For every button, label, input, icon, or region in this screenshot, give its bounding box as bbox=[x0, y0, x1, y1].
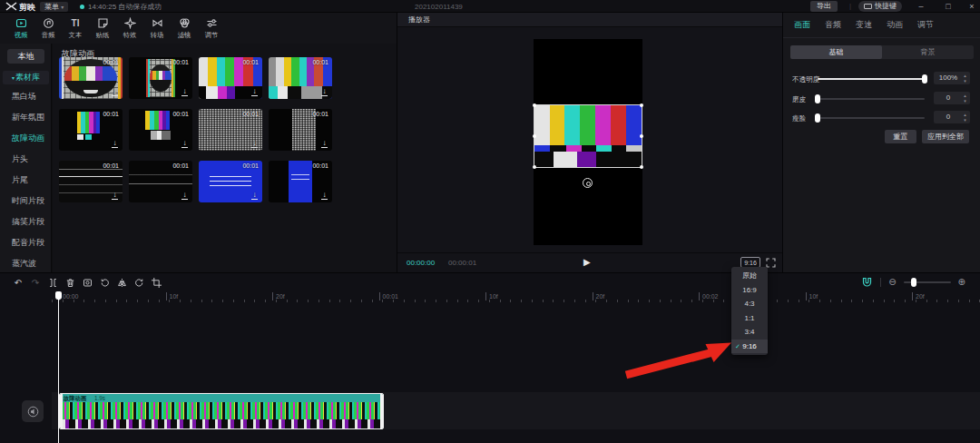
opacity-value[interactable]: 100%▴▾ bbox=[934, 72, 970, 84]
subtab-background[interactable]: 背景 bbox=[882, 45, 974, 59]
download-icon[interactable]: ↓ bbox=[112, 140, 118, 148]
apply-to-all-button[interactable]: 应用到全部 bbox=[922, 130, 969, 143]
redo-button[interactable]: ↷ bbox=[30, 277, 41, 288]
ribbon-tab-transition[interactable]: 转场 bbox=[143, 13, 171, 44]
ribbon-tab-video[interactable]: 视频 bbox=[7, 13, 34, 44]
resize-handle-bl[interactable] bbox=[533, 165, 536, 169]
ratio-option-1:1[interactable]: 1:1 bbox=[731, 311, 768, 326]
download-icon[interactable]: ↓ bbox=[181, 192, 188, 200]
download-icon[interactable]: ↓ bbox=[251, 140, 258, 148]
resize-handle-right[interactable] bbox=[640, 134, 643, 138]
media-thumbnail-blue2[interactable]: 00:01↓ bbox=[269, 161, 332, 202]
close-button[interactable]: × bbox=[965, 1, 978, 12]
tab-speed[interactable]: 变速 bbox=[856, 19, 872, 31]
tab-audio[interactable]: 音频 bbox=[825, 19, 841, 31]
split-button[interactable] bbox=[47, 277, 58, 288]
zoom-in-icon[interactable]: ⊕ bbox=[958, 277, 965, 288]
slim-face-value[interactable]: 0▴▾ bbox=[934, 111, 970, 123]
timeline-zoom-slider[interactable] bbox=[904, 281, 951, 283]
delete-button[interactable] bbox=[64, 277, 75, 288]
crop-button[interactable] bbox=[151, 277, 162, 288]
category-item[interactable]: 搞笑片段 bbox=[0, 212, 52, 232]
reverse-button[interactable] bbox=[99, 277, 110, 288]
download-icon[interactable]: ↓ bbox=[181, 140, 188, 148]
category-item[interactable]: 片尾 bbox=[0, 170, 52, 191]
slider-knob[interactable] bbox=[815, 113, 820, 123]
media-thumbnail-sm2[interactable]: 00:01↓ bbox=[269, 57, 332, 99]
download-icon[interactable]: ↓ bbox=[321, 140, 328, 148]
slider-knob[interactable] bbox=[922, 74, 927, 84]
media-thumbnail-sm1[interactable]: 00:01↓ bbox=[199, 57, 262, 99]
media-thumbnail-noise2[interactable]: 00:01↓ bbox=[269, 109, 332, 151]
tab-picture[interactable]: 画面 bbox=[794, 19, 810, 31]
ribbon-tab-adjust[interactable]: 调节 bbox=[198, 13, 225, 44]
download-icon[interactable]: ↓ bbox=[321, 88, 328, 96]
smooth-skin-slider[interactable] bbox=[818, 98, 925, 100]
category-item[interactable]: 新年氛围 bbox=[0, 107, 52, 128]
ratio-option-原始[interactable]: 原始 bbox=[731, 269, 768, 283]
download-icon[interactable]: ↓ bbox=[251, 192, 258, 200]
category-item[interactable]: 时间片段 bbox=[0, 191, 52, 212]
category-item[interactable]: 黑白场 bbox=[0, 86, 52, 107]
media-thumbnail-noise[interactable]: 00:01↓ bbox=[199, 109, 262, 151]
media-thumbnail-pm1[interactable]: 00:01↓ bbox=[59, 57, 122, 99]
smooth-skin-value[interactable]: 0▴▾ bbox=[934, 92, 970, 104]
playhead-line[interactable] bbox=[58, 291, 59, 443]
tab-adjust[interactable]: 调节 bbox=[917, 19, 934, 31]
export-button[interactable]: 导出 bbox=[810, 1, 838, 12]
slim-face-slider[interactable] bbox=[818, 117, 925, 119]
zoom-out-icon[interactable]: ⊖ bbox=[888, 277, 896, 288]
mute-original-audio-button[interactable] bbox=[22, 400, 44, 422]
trim-handle-right[interactable] bbox=[380, 394, 383, 428]
slider-knob[interactable] bbox=[815, 94, 820, 103]
media-thumbnail-blue[interactable]: 00:01↓ bbox=[199, 161, 262, 202]
zoom-slider-knob[interactable] bbox=[911, 278, 916, 287]
shortcuts-button[interactable]: 快捷键 bbox=[858, 1, 902, 12]
download-icon[interactable]: ↓ bbox=[112, 88, 118, 96]
ratio-option-3:4[interactable]: 3:4 bbox=[731, 325, 768, 340]
resize-handle-tl[interactable] bbox=[533, 103, 536, 107]
reset-button[interactable]: 重置 bbox=[885, 130, 916, 143]
timeline-clip[interactable]: 故障动画 1.9s bbox=[59, 393, 384, 429]
category-item[interactable]: 故障动画 bbox=[0, 128, 52, 149]
ribbon-tab-filter[interactable]: 滤镜 bbox=[171, 13, 198, 44]
resize-handle-br[interactable] bbox=[640, 165, 643, 169]
category-item[interactable]: 片头 bbox=[0, 149, 52, 170]
ribbon-tab-audio[interactable]: 音频 bbox=[34, 13, 62, 44]
media-thumbnail-gl2[interactable]: 00:01↓ bbox=[129, 161, 192, 202]
category-item[interactable]: 蒸汽波 bbox=[0, 253, 52, 274]
mirror-button[interactable] bbox=[116, 277, 127, 288]
download-icon[interactable]: ↓ bbox=[181, 88, 188, 96]
maximize-button[interactable]: □ bbox=[942, 1, 955, 12]
resize-handle-tr[interactable] bbox=[640, 103, 643, 107]
media-thumbnail-gl1[interactable]: 00:01↓ bbox=[59, 161, 122, 202]
snap-magnet-icon[interactable] bbox=[861, 277, 873, 288]
ribbon-tab-effects[interactable]: 特效 bbox=[116, 13, 143, 44]
download-icon[interactable]: ↓ bbox=[251, 88, 258, 96]
timeline-ruler[interactable]: 00:0010f20f00:0110f20f00:0210f20f bbox=[0, 291, 980, 304]
ribbon-tab-text[interactable]: TI 文本 bbox=[62, 13, 89, 44]
rotate-handle[interactable] bbox=[583, 178, 593, 188]
media-thumbnail-barsg[interactable]: 00:01↓ bbox=[129, 109, 192, 151]
opacity-slider[interactable] bbox=[818, 78, 925, 80]
ratio-option-9:16[interactable]: ✓9:16 bbox=[731, 340, 768, 354]
stepper-icon[interactable]: ▴▾ bbox=[962, 73, 968, 84]
download-icon[interactable]: ↓ bbox=[321, 192, 328, 200]
media-thumbnail-bars[interactable]: 00:01↓ bbox=[59, 109, 122, 151]
local-media-button[interactable]: 本地 bbox=[7, 49, 44, 64]
stepper-icon[interactable]: ▴▾ bbox=[962, 93, 968, 103]
preview-canvas[interactable] bbox=[534, 39, 642, 245]
download-icon[interactable]: ↓ bbox=[112, 192, 118, 200]
material-library-button[interactable]: ▾素材库 bbox=[3, 71, 49, 84]
trim-handle-left[interactable] bbox=[60, 394, 63, 428]
play-button[interactable]: ▶ bbox=[583, 257, 591, 267]
freeze-frame-button[interactable] bbox=[82, 277, 93, 288]
ratio-option-4:3[interactable]: 4:3 bbox=[731, 297, 768, 311]
media-thumbnail-pm2[interactable]: 00:01↓ bbox=[129, 57, 192, 99]
tab-animation[interactable]: 动画 bbox=[887, 19, 903, 31]
minimize-button[interactable]: – bbox=[915, 1, 927, 12]
undo-button[interactable]: ↶ bbox=[13, 277, 24, 288]
subtab-basic[interactable]: 基础 bbox=[790, 45, 882, 59]
stepper-icon[interactable]: ▴▾ bbox=[962, 112, 968, 123]
preview-clip-image[interactable] bbox=[534, 104, 642, 168]
